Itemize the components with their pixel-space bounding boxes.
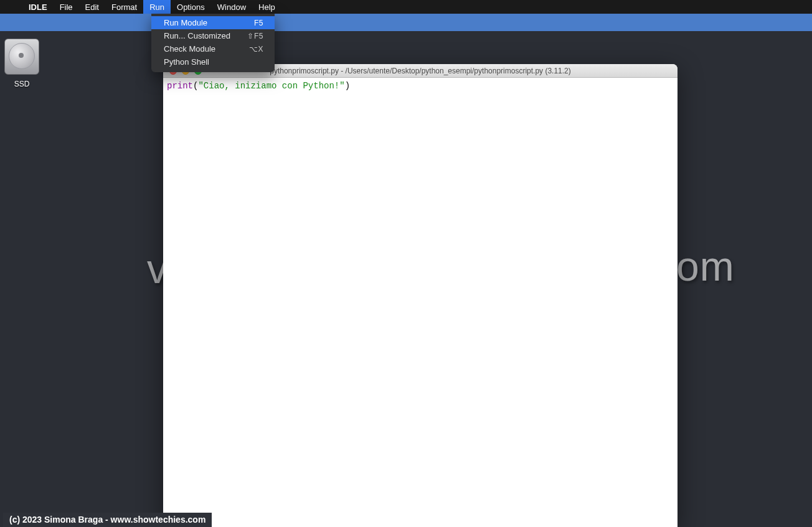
code-token-close-paren: ) (345, 81, 350, 91)
copyright-notice: (c) 2023 Simona Braga - www.showtechies.… (3, 513, 212, 527)
menu-check-module-label: Check Module (164, 44, 215, 54)
code-editor-area[interactable]: print("Ciao, iniziamo con Python!") (163, 78, 677, 95)
menu-run-customized[interactable]: Run... Customized ⇧F5 (151, 29, 275, 42)
menu-check-module[interactable]: Check Module ⌥X (151, 42, 275, 55)
menu-help[interactable]: Help (252, 0, 281, 14)
watermark-right: om (676, 243, 735, 290)
menu-run-module-label: Run Module (164, 18, 207, 27)
menu-python-shell-label: Python Shell (164, 57, 209, 67)
menu-python-shell[interactable]: Python Shell (151, 55, 275, 68)
menubar-app-name[interactable]: IDLE (22, 0, 54, 14)
desktop-drive-icon[interactable]: SSD (2, 39, 41, 88)
menu-check-module-shortcut: ⌥X (249, 45, 263, 54)
menu-run-module-shortcut: F5 (254, 19, 263, 27)
run-menu-dropdown: Run Module F5 Run... Customized ⇧F5 Chec… (151, 14, 275, 72)
menu-run-customized-label: Run... Customized (164, 31, 230, 40)
menu-run[interactable]: Run (143, 0, 171, 14)
desktop-selection-band (0, 14, 812, 31)
menu-file[interactable]: File (54, 0, 79, 14)
code-token-func: print (167, 81, 193, 91)
harddrive-icon (4, 39, 39, 77)
menu-options[interactable]: Options (171, 0, 211, 14)
idle-editor-window[interactable]: pythonprimoscript.py - /Users/utente/Des… (163, 64, 677, 527)
menu-run-module[interactable]: Run Module F5 (151, 16, 275, 29)
menu-run-customized-shortcut: ⇧F5 (247, 32, 263, 40)
code-token-string: "Ciao, iniziamo con Python!" (198, 81, 344, 91)
menu-window[interactable]: Window (211, 0, 252, 14)
menubar: IDLE File Edit Format Run Options Window… (0, 0, 812, 14)
desktop-drive-label: SSD (2, 80, 41, 88)
menu-format[interactable]: Format (105, 0, 143, 14)
menu-edit[interactable]: Edit (79, 0, 105, 14)
